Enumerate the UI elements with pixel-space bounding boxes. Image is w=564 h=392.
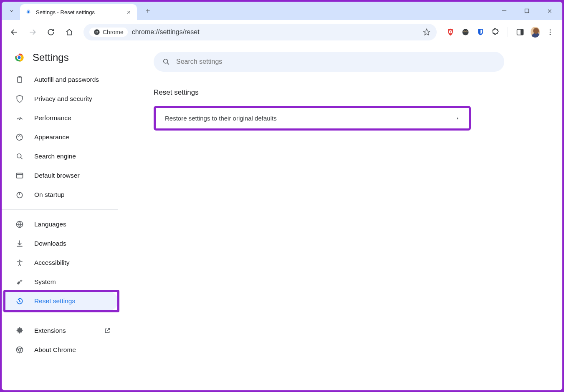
nav-label: System xyxy=(34,278,56,286)
nav-label: Extensions xyxy=(34,327,66,334)
settings-sidebar: Settings Autofill and passwords Privacy … xyxy=(2,44,127,390)
home-icon xyxy=(65,28,73,36)
svg-rect-10 xyxy=(466,31,467,31)
tab-search-button[interactable] xyxy=(5,4,18,18)
plus-icon xyxy=(144,8,151,14)
nav-downloads[interactable]: Downloads xyxy=(2,234,118,253)
back-button[interactable] xyxy=(7,25,22,40)
svg-point-25 xyxy=(17,154,21,158)
nav-search-engine[interactable]: Search engine xyxy=(2,147,118,166)
minimize-icon xyxy=(502,8,507,13)
puzzle-icon xyxy=(491,28,500,36)
avatar-icon xyxy=(531,27,540,38)
nav-label: Search engine xyxy=(34,153,76,160)
svg-rect-1 xyxy=(525,9,529,13)
omnibox[interactable]: Chrome chrome://settings/reset xyxy=(83,24,437,40)
chevron-down-icon xyxy=(9,8,15,14)
svg-point-14 xyxy=(550,31,551,33)
nav-label: Languages xyxy=(34,221,66,228)
nav-label: Reset settings xyxy=(34,297,75,305)
accessibility-icon xyxy=(15,258,24,267)
palette-icon xyxy=(15,133,24,142)
settings-nav[interactable]: Autofill and passwords Privacy and secur… xyxy=(2,67,126,390)
chrome-icon xyxy=(15,345,24,354)
page-content: Settings Autofill and passwords Privacy … xyxy=(2,44,562,390)
restore-defaults-row[interactable]: Restore settings to their original defau… xyxy=(154,106,471,131)
svg-point-13 xyxy=(550,29,551,30)
site-chip-label: Chrome xyxy=(103,29,124,35)
nav-appearance[interactable]: Appearance xyxy=(2,128,118,147)
restore-icon xyxy=(15,297,24,306)
nav-default-browser[interactable]: Default browser xyxy=(2,166,118,185)
chrome-logo-icon xyxy=(13,52,25,63)
extensions-button[interactable] xyxy=(491,28,500,37)
svg-rect-9 xyxy=(464,31,465,31)
reload-button[interactable] xyxy=(43,25,58,40)
svg-point-32 xyxy=(164,59,168,63)
close-icon xyxy=(547,8,552,14)
kebab-icon xyxy=(546,28,554,36)
arrow-left-icon xyxy=(10,28,18,36)
power-icon xyxy=(15,190,24,199)
nav-system[interactable]: System xyxy=(2,272,118,291)
menu-button[interactable] xyxy=(546,28,555,37)
svg-rect-12 xyxy=(521,29,524,35)
bookmark-button[interactable] xyxy=(422,28,431,36)
home-button[interactable] xyxy=(62,25,77,40)
maximize-button[interactable] xyxy=(517,4,536,18)
url-text: chrome://settings/reset xyxy=(132,28,418,36)
ublock-icon[interactable] xyxy=(446,28,455,37)
gear-icon xyxy=(25,9,32,15)
nav-label: Performance xyxy=(34,114,71,122)
nav-reset-settings[interactable]: Reset settings xyxy=(2,291,118,311)
browser-tab[interactable]: Settings - Reset settings xyxy=(20,4,137,20)
svg-rect-26 xyxy=(17,173,23,178)
chrome-icon xyxy=(94,29,100,35)
star-icon xyxy=(422,28,431,36)
nav-extensions[interactable]: Extensions xyxy=(2,321,118,340)
nav-label: Privacy and security xyxy=(34,95,92,103)
tab-close-button[interactable] xyxy=(125,9,132,15)
nav-separator xyxy=(2,209,118,210)
svg-point-4 xyxy=(96,31,98,33)
profile-button[interactable] xyxy=(531,28,540,37)
nav-privacy[interactable]: Privacy and security xyxy=(2,89,118,108)
extension2-icon[interactable] xyxy=(461,28,470,37)
shield-icon xyxy=(15,94,24,103)
nav-on-startup[interactable]: On startup xyxy=(2,185,118,204)
arrow-right-icon xyxy=(28,28,37,36)
svg-rect-20 xyxy=(19,76,21,78)
forward-button[interactable] xyxy=(25,25,40,40)
globe-icon xyxy=(15,220,24,229)
main-panel: Reset settings Restore settings to their… xyxy=(127,44,562,390)
new-tab-button[interactable] xyxy=(141,4,154,18)
svg-point-23 xyxy=(19,135,20,136)
nav-performance[interactable]: Performance xyxy=(2,108,118,128)
nav-autofill[interactable]: Autofill and passwords xyxy=(2,70,118,89)
chevron-right-icon xyxy=(455,116,460,121)
nav-label: About Chrome xyxy=(34,346,76,354)
nav-about-chrome[interactable]: About Chrome xyxy=(2,340,118,359)
svg-point-22 xyxy=(18,136,19,137)
tab-title: Settings - Reset settings xyxy=(36,9,121,15)
reload-icon xyxy=(47,28,55,36)
bitwarden-icon[interactable] xyxy=(476,28,485,37)
nav-accessibility[interactable]: Accessibility xyxy=(2,253,118,272)
panel-icon xyxy=(516,28,524,36)
search-settings-box[interactable] xyxy=(154,52,504,72)
search-row xyxy=(137,44,552,76)
search-settings-input[interactable] xyxy=(176,58,496,65)
settings-header: Settings xyxy=(2,44,126,67)
side-panel-button[interactable] xyxy=(516,28,525,37)
speedometer-icon xyxy=(15,113,24,123)
search-icon xyxy=(162,58,170,66)
clipboard-icon xyxy=(15,75,24,84)
close-window-button[interactable] xyxy=(540,4,559,18)
download-icon xyxy=(15,239,24,248)
site-chip[interactable]: Chrome xyxy=(89,28,128,37)
minimize-button[interactable] xyxy=(495,4,514,18)
nav-label: On startup xyxy=(34,191,64,199)
svg-point-29 xyxy=(19,260,20,261)
browser-icon xyxy=(15,171,24,180)
nav-languages[interactable]: Languages xyxy=(2,215,118,234)
